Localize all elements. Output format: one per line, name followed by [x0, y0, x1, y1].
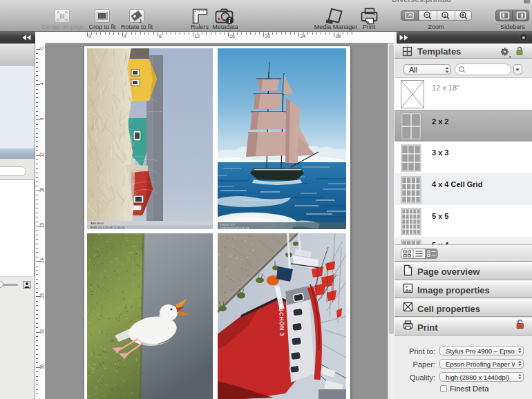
svg-text:ARS 8064: ARS 8064 [91, 222, 104, 225]
svg-text:1: 1 [444, 13, 446, 18]
svg-text:RGB 2005-08 13.05.33: RGB 2005-08 13.05.33 [220, 226, 249, 230]
svg-text:SCHÖN 3: SCHÖN 3 [278, 308, 285, 337]
svg-text:RGB-2013-05-08 12.46.46: RGB-2013-05-08 12.46.46 [91, 226, 125, 229]
